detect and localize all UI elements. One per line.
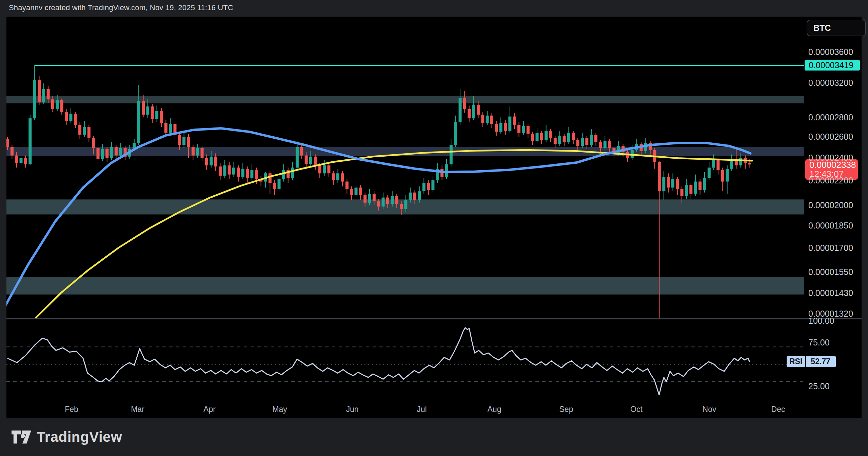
time-scale[interactable]: FebMarAprMayJunJulAugSepOctNovDec	[6, 396, 862, 418]
candle-body	[20, 158, 23, 163]
month-label-oct: Oct	[623, 405, 650, 414]
candle-body	[604, 141, 607, 148]
candle-body	[178, 135, 181, 145]
candle-body	[540, 133, 543, 140]
candle-body	[676, 179, 679, 189]
pane-divider[interactable]	[6, 318, 862, 319]
rsi-value-label: 52.77	[806, 356, 836, 367]
candle-body	[187, 137, 190, 147]
candle-body	[74, 114, 77, 125]
candle-body	[567, 133, 570, 142]
candle-body	[146, 106, 149, 115]
candle-body	[549, 131, 552, 138]
price-tick-label: 0.00002800	[808, 113, 853, 122]
month-label-feb: Feb	[58, 405, 85, 414]
price-tick-label: 0.00001430	[808, 288, 853, 298]
candle-body	[196, 148, 199, 156]
price-tick-label: 0.00001700	[808, 243, 853, 253]
candle-body	[427, 183, 430, 190]
candle-body	[350, 189, 353, 195]
candle-body	[300, 147, 303, 156]
candle-body	[685, 185, 688, 196]
chart-frame[interactable]: BTC 0.00003419 0.00002338 12:43:07 0.000…	[6, 17, 862, 418]
price-scale[interactable]: BTC 0.00003419 0.00002338 12:43:07 0.000…	[804, 17, 862, 396]
candle-body	[382, 198, 385, 207]
price-pane[interactable]	[6, 17, 804, 318]
symbol-badge[interactable]: BTC	[807, 20, 866, 36]
candle-body	[11, 147, 14, 156]
candle-body	[228, 165, 231, 175]
candle-body	[445, 164, 448, 177]
candle-body	[51, 99, 54, 109]
candle-body	[490, 116, 493, 124]
candle-body	[359, 187, 362, 195]
price-tick-label: 0.00003600	[808, 47, 853, 57]
candle-body	[232, 167, 235, 174]
credit-text: Shayannv created with TradingView.com, N…	[9, 3, 233, 12]
candle-body	[721, 170, 724, 181]
candle-body	[581, 138, 584, 146]
price-tick-label: 0.00002200	[808, 176, 853, 185]
candle-body	[205, 158, 208, 165]
candle-body	[101, 149, 104, 159]
candle-body	[536, 133, 539, 141]
candle-body	[395, 196, 398, 204]
candle-body	[558, 136, 561, 144]
candle-body	[486, 116, 489, 123]
candle-body	[522, 126, 525, 133]
candle-body	[69, 114, 72, 121]
candle-body	[726, 169, 729, 182]
month-label-apr: Apr	[196, 405, 223, 414]
candle-body	[694, 182, 697, 194]
price-tick-label: 0.00002600	[808, 132, 853, 142]
rsi-name-label: RSI	[787, 356, 805, 367]
candle-body	[119, 148, 122, 156]
candle-body	[554, 138, 557, 144]
candle-body	[241, 169, 244, 177]
candle-body	[87, 127, 91, 138]
candle-body	[576, 140, 579, 146]
candle-body	[24, 158, 27, 164]
candle-body	[164, 123, 167, 133]
candle-body	[671, 179, 674, 188]
candle-body	[716, 160, 719, 170]
rsi-value-chip: RSI 52.77	[787, 356, 836, 367]
price-tick-label: 0.00001850	[808, 221, 853, 231]
candle-body	[105, 149, 108, 158]
candle-body	[703, 178, 706, 190]
candle-body	[269, 173, 272, 183]
month-label-mar: Mar	[124, 405, 151, 414]
candle-body	[219, 166, 222, 176]
candle-body	[748, 163, 751, 164]
candle-body	[278, 179, 281, 189]
candle-body	[65, 112, 68, 121]
month-label-dec: Dec	[765, 405, 792, 414]
candle-body	[477, 105, 480, 115]
rsi-pane[interactable]	[6, 319, 804, 396]
candle-body	[255, 170, 258, 179]
rsi-tick-label: 100.00	[808, 316, 834, 326]
candle-body	[332, 173, 335, 180]
candle-body	[513, 117, 516, 125]
candle-body	[708, 167, 711, 178]
candle-body	[314, 157, 317, 165]
tradingview-logo[interactable]: TradingView	[12, 429, 122, 445]
candle-body	[472, 105, 475, 118]
candle-body	[712, 160, 715, 168]
candle-body	[210, 157, 213, 165]
tradingview-logo-icon	[12, 430, 31, 444]
candle-body	[142, 101, 145, 115]
candle-body	[336, 173, 339, 180]
candle-body	[368, 194, 371, 203]
month-label-aug: Aug	[481, 405, 508, 414]
price-tick-label: 0.00001550	[808, 267, 853, 277]
candle-body	[517, 125, 520, 133]
candle-body	[495, 124, 498, 132]
candle-body	[431, 180, 434, 190]
candle-body	[355, 187, 358, 195]
candle-body	[391, 196, 394, 204]
candle-body	[327, 165, 330, 174]
candle-body	[323, 165, 326, 174]
candle-body	[192, 147, 195, 156]
candle-body	[585, 138, 588, 145]
